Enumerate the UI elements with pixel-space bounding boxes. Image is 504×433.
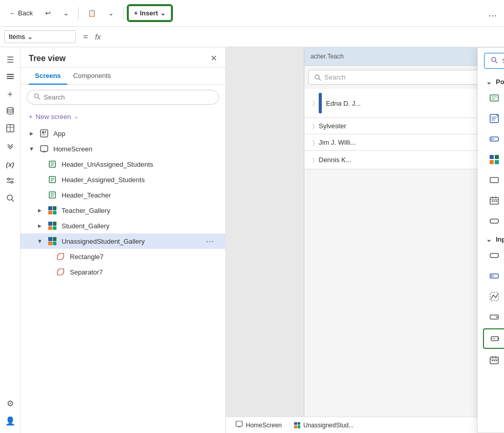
back-label: Back [18, 9, 33, 17]
section-input[interactable]: ⌄ Input [478, 231, 504, 245]
unassigned-gallery-label: UnassignedStudent_Gallery [62, 238, 202, 245]
sidebar-controls-icon[interactable] [2, 173, 18, 190]
svg-rect-19 [45, 131, 46, 132]
chevron-right-icon: ► [29, 130, 37, 136]
canvas-area: acher.Teach Search 〉 Edna D. J... [226, 47, 504, 433]
sidebar-layers-icon[interactable] [2, 69, 18, 85]
new-screen-label: New screen [36, 113, 71, 121]
insert-button[interactable]: + Insert ⌄ [128, 5, 172, 21]
controls-icon [6, 176, 15, 187]
fx-label: fx [95, 33, 101, 41]
insert-item-pen-input[interactable]: Pen input [478, 286, 504, 307]
new-screen-button[interactable]: + New screen ⌄ [21, 110, 225, 124]
property-dropdown[interactable]: Items ⌄ [4, 30, 76, 43]
svg-rect-22 [42, 135, 45, 135]
insert-item-vertical-gallery[interactable]: Vertical gallery [478, 149, 504, 170]
svg-rect-20 [45, 133, 46, 133]
insert-search-container [484, 53, 504, 69]
canvas-search-bar: Search [308, 70, 500, 85]
svg-line-29 [319, 78, 321, 81]
gallery-icon-unassigned [47, 236, 57, 246]
tree-search-input[interactable] [44, 93, 212, 101]
chevron-right-student: ► [37, 223, 45, 229]
insert-item-date-picker[interactable]: Date picker [478, 190, 504, 211]
sidebar-chevrons-icon[interactable] [2, 139, 18, 155]
gallery-icon-student [47, 221, 57, 231]
text-label-icon [488, 92, 500, 104]
insert-item-edit-form[interactable]: Edit form [478, 108, 504, 129]
canvas-row-1[interactable]: 〉 Edna D. J... [304, 89, 504, 118]
plus-circle-icon: + [7, 89, 13, 100]
paste-dropdown-button[interactable]: ⌄ [103, 6, 119, 20]
insert-list: ⌄ Popular Text label [478, 74, 504, 432]
paste-button[interactable]: 📋 [83, 6, 101, 20]
chevron-icon-r3: 〉 [313, 139, 315, 146]
tree-item-student-gallery[interactable]: ► Student_Gallery [21, 218, 225, 233]
canvas-header-bar: acher.Teach [304, 47, 504, 66]
tab-screens[interactable]: Screens [29, 68, 67, 85]
canvas-row-4[interactable]: 〉 Dennis K... ⚠ [304, 151, 504, 169]
canvas-row-name-4: Dennis K... [319, 156, 484, 164]
tree-item-app[interactable]: ► App [21, 126, 225, 141]
insert-item-date-picker2[interactable]: Date picker [478, 350, 504, 370]
insert-item-button-input[interactable]: Button [478, 245, 504, 266]
sidebar-search-icon[interactable] [2, 191, 18, 207]
insert-item-text-input[interactable]: Text input [478, 129, 504, 149]
sidebar-add-icon[interactable]: + [2, 86, 18, 103]
svg-point-3 [7, 108, 13, 110]
insert-search-input[interactable] [502, 57, 504, 65]
tree-item-unassigned-gallery[interactable]: ▼ UnassignedStudent_Gallery ⋯ [21, 233, 225, 249]
formula-text-input[interactable] [107, 33, 498, 41]
edit-icon2 [47, 174, 57, 185]
insert-item-combo-box[interactable]: Combo box [483, 328, 504, 349]
tree-item-header-unassigned[interactable]: Header_UnAssigned_Students [21, 156, 225, 172]
bottom-tab-homescreen[interactable]: HomeScreen [230, 418, 287, 432]
toolbar: ← Back ↩ ⌄ 📋 ⌄ + Insert ⌄ ... [0, 0, 504, 27]
svg-point-13 [7, 195, 12, 200]
sidebar-table-icon[interactable] [2, 121, 18, 137]
insert-item-text-input2[interactable]: Text input [478, 266, 504, 286]
chevron-down-icon: ⌄ [63, 9, 69, 17]
more-label: ... [488, 7, 497, 18]
insert-item-rectangle[interactable]: Rectangle [478, 170, 504, 190]
student-gallery-label: Student_Gallery [62, 222, 217, 230]
tree-item-header-teacher[interactable]: Header_Teacher [21, 187, 225, 203]
tree-item-homescreen[interactable]: ▼ HomeScreen [21, 141, 225, 156]
bottom-tab-unassigned[interactable]: UnassignedStud... [288, 419, 359, 431]
tree-item-header-assigned[interactable]: Header_Assigned_Students [21, 172, 225, 187]
tree-item-rectangle7[interactable]: Rectangle7 [21, 249, 225, 264]
insert-item-drop-down[interactable]: Drop down [478, 307, 504, 327]
sidebar-database-icon[interactable] [2, 104, 18, 120]
formula-input[interactable] [105, 33, 500, 41]
more-options-button[interactable]: ... [485, 6, 500, 20]
svg-point-7 [8, 178, 10, 180]
undo-dropdown-button[interactable]: ⌄ [58, 6, 74, 20]
drop-down-icon [488, 311, 500, 323]
insert-panel: ⌄ Popular Text label [477, 47, 504, 433]
sidebar-home-icon[interactable]: ☰ [2, 51, 18, 68]
back-button[interactable]: ← Back [4, 6, 38, 20]
undo-button[interactable]: ↩ [40, 6, 56, 20]
chevron-down-input: ⌄ [486, 235, 492, 243]
sidebar-settings-icon[interactable]: ⚙ [2, 395, 18, 411]
canvas-row-2[interactable]: 〉 Sylvester [304, 118, 504, 134]
insert-item-button-popular[interactable]: Button [478, 211, 504, 231]
sidebar-variables-icon[interactable]: (x) [2, 156, 18, 172]
canvas-row-3[interactable]: 〉 Jim J. Willi... [304, 134, 504, 151]
tree-item-separator7[interactable]: Separator7 [21, 264, 225, 280]
button-icon2 [488, 249, 500, 262]
svg-line-16 [38, 97, 40, 100]
chevron-down-icon-new-screen: ⌄ [74, 113, 79, 120]
header-assigned-label: Header_Assigned_Students [62, 176, 217, 184]
unassigned-tab-label: UnassignedStud... [303, 422, 354, 429]
unassigned-gallery-more-button[interactable]: ⋯ [204, 237, 217, 246]
tree-close-button[interactable]: ✕ [210, 53, 217, 63]
insert-item-text-label[interactable]: Text label [478, 88, 504, 108]
svg-rect-62 [236, 421, 242, 426]
section-popular[interactable]: ⌄ Popular [478, 74, 504, 88]
back-arrow-icon: ← [9, 9, 16, 17]
svg-point-8 [11, 181, 13, 183]
sidebar-account-icon[interactable]: 👤 [2, 412, 18, 429]
tree-item-teacher-gallery[interactable]: ► Teacher_Gallery [21, 203, 225, 218]
tab-components[interactable]: Components [67, 68, 118, 85]
